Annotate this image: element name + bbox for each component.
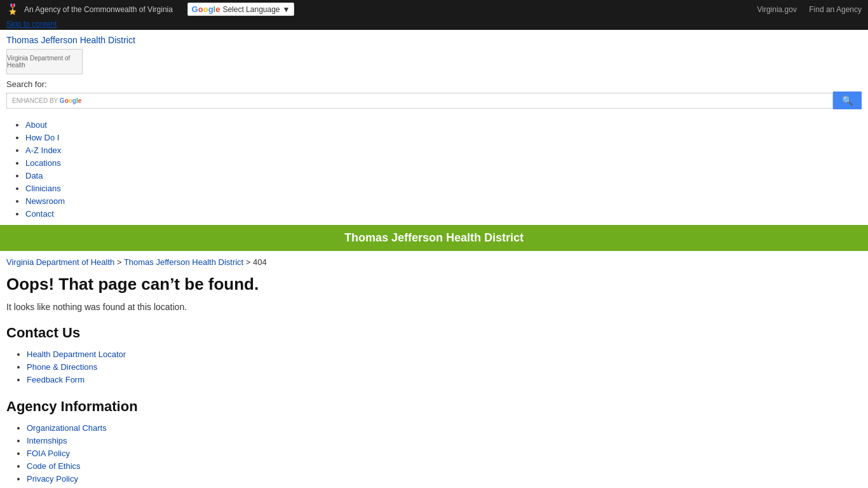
logo-area: Virginia Department of Health [6, 49, 862, 74]
nav-link-az-index[interactable]: A-Z Index [25, 146, 61, 155]
agency-info-item-ethics: Code of Ethics [27, 459, 862, 472]
main-content: Oops! That page can’t be found. It looks… [0, 269, 868, 488]
nav-item-az-index: A-Z Index [25, 144, 862, 156]
search-label: Search for: [6, 79, 862, 89]
feedback-form-link[interactable]: Feedback Form [27, 375, 85, 384]
nav-item-contact: Contact [25, 207, 862, 220]
search-section: Search for: ENHANCED BY Google 🔍 [0, 77, 868, 114]
search-button[interactable]: 🔍 [833, 92, 862, 109]
google-g-icon: Google [192, 4, 220, 14]
breadcrumb: Virginia Department of Health > Thomas J… [0, 255, 868, 269]
site-title: Thomas Jefferson Health District [6, 35, 862, 45]
nav-link-contact[interactable]: Contact [25, 209, 54, 219]
nav-link-clinicians[interactable]: Clinicians [25, 184, 61, 193]
contact-us-heading: Contact Us [6, 325, 862, 341]
nav-link-about[interactable]: About [25, 120, 47, 130]
internships-link[interactable]: Internships [27, 436, 67, 445]
agency-text: An Agency of the Commonwealth of Virgini… [24, 5, 173, 14]
top-bar-left: 🎖️ An Agency of the Commonwealth of Virg… [6, 3, 294, 16]
breadcrumb-tjhd-link[interactable]: Thomas Jefferson Health District [124, 257, 243, 267]
error-heading: Oops! That page can’t be found. [6, 274, 862, 294]
contact-us-item-feedback: Feedback Form [27, 373, 862, 386]
site-title-link[interactable]: Thomas Jefferson Health District [6, 35, 135, 45]
nav-item-how-do-i: How Do I [25, 131, 862, 144]
phone-directions-link[interactable]: Phone & Directions [27, 362, 97, 372]
page-banner: Thomas Jefferson Health District [0, 225, 868, 251]
find-agency-link[interactable]: Find an Agency [809, 5, 862, 14]
vdh-logo: Virginia Department of Health [6, 49, 83, 74]
agency-info-list: Organizational Charts Internships FOIA P… [6, 421, 862, 488]
agency-info-item-org-charts: Organizational Charts [27, 421, 862, 434]
agency-icon: 🎖️ [6, 3, 19, 15]
privacy-policy-link[interactable]: Privacy Policy [27, 474, 78, 484]
error-message: It looks like nothing was found at this … [6, 302, 862, 312]
breadcrumb-current: 404 [253, 257, 267, 267]
virginia-gov-link[interactable]: Virginia.gov [757, 5, 796, 14]
search-input-wrapper: ENHANCED BY Google [6, 93, 833, 109]
search-icon: 🔍 [842, 95, 853, 105]
health-dept-locator-link[interactable]: Health Department Locator [27, 349, 126, 359]
nav-item-clinicians: Clinicians [25, 182, 862, 194]
nav-item-locations: Locations [25, 156, 862, 169]
nav-item-about: About [25, 118, 862, 131]
top-bar: 🎖️ An Agency of the Commonwealth of Virg… [0, 0, 868, 18]
nav-link-how-do-i[interactable]: How Do I [25, 133, 59, 142]
search-form[interactable]: ENHANCED BY Google 🔍 [6, 92, 862, 109]
breadcrumb-vdh-link[interactable]: Virginia Department of Health [6, 257, 114, 267]
select-language-label[interactable]: Select Language [222, 5, 280, 14]
agency-info-heading: Agency Information [6, 398, 862, 415]
org-charts-link[interactable]: Organizational Charts [27, 423, 107, 433]
search-input[interactable] [85, 96, 827, 105]
enhanced-by-google-label: ENHANCED BY Google [12, 97, 81, 104]
nav-link-locations[interactable]: Locations [25, 158, 61, 168]
breadcrumb-separator-2: > [246, 257, 253, 267]
contact-us-item-phone: Phone & Directions [27, 360, 862, 373]
agency-info-item-privacy: Privacy Policy [27, 472, 862, 485]
contact-us-item-locator: Health Department Locator [27, 348, 862, 360]
google-brand-label: G [60, 97, 65, 104]
google-translate-widget[interactable]: Google Select Language ▼ [187, 3, 295, 16]
header: Thomas Jefferson Health District Virgini… [0, 30, 868, 77]
agency-info-item-foia: FOIA Policy [27, 447, 862, 459]
banner-title: Thomas Jefferson Health District [344, 231, 524, 244]
nav-item-data: Data [25, 169, 862, 182]
skip-to-content-link[interactable]: Skip to content [0, 18, 868, 30]
agency-info-item-internships: Internships [27, 434, 862, 447]
agency-info-item-accessibility: Accessibility [27, 485, 862, 488]
nav-link-newsroom[interactable]: Newsroom [25, 196, 65, 206]
translate-dropdown-arrow[interactable]: ▼ [283, 5, 290, 14]
nav-link-data[interactable]: Data [25, 171, 43, 180]
main-nav: About How Do I A-Z Index Locations Data … [0, 114, 868, 225]
foia-policy-link[interactable]: FOIA Policy [27, 449, 70, 458]
contact-us-list: Health Department Locator Phone & Direct… [6, 348, 862, 386]
top-bar-right: Virginia.gov Find an Agency [747, 5, 862, 14]
breadcrumb-separator-1: > [117, 257, 124, 267]
nav-item-newsroom: Newsroom [25, 194, 862, 207]
code-of-ethics-link[interactable]: Code of Ethics [27, 461, 81, 471]
